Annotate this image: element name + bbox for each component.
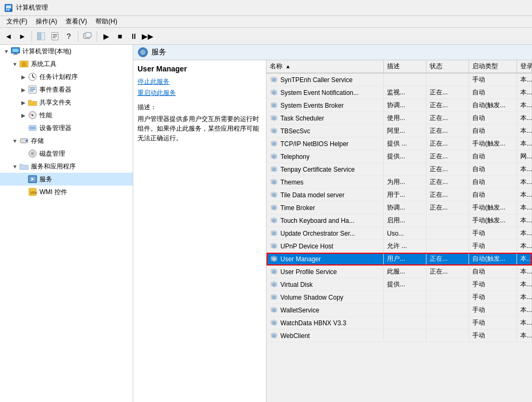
- service-startup: 手动(触发...: [472, 203, 505, 212]
- svg-point-25: [32, 115, 34, 116]
- cell-login: 本...: [517, 317, 532, 329]
- cell-startup: 手动: [469, 278, 517, 291]
- service-login: 本...: [520, 75, 532, 84]
- cell-status: 正在...: [426, 138, 469, 150]
- table-row[interactable]: Tile Data model server 用于... 正在... 自动 本.…: [267, 189, 532, 202]
- table-row[interactable]: TCP/IP NetBIOS Helper 提供 ... 正在... 手动(触发…: [267, 138, 532, 150]
- table-row[interactable]: WatchData HBNX V3.3 手动 本...: [267, 317, 532, 329]
- restart-button[interactable]: ▶▶: [141, 30, 154, 43]
- cell-status: [426, 304, 469, 316]
- cell-startup: 自动: [469, 189, 517, 201]
- table-row[interactable]: System Event Notification... 监视... 正在...…: [267, 86, 532, 99]
- col-status[interactable]: 状态: [426, 60, 469, 73]
- tree-device-manager[interactable]: ▶ 设备管理器: [0, 122, 133, 134]
- service-startup: 自动(触发...: [472, 101, 505, 110]
- cell-name: System Event Notification...: [267, 86, 384, 99]
- stop-button[interactable]: ■: [114, 30, 126, 43]
- play-button[interactable]: ▶: [100, 30, 112, 43]
- menu-file[interactable]: 文件(F): [2, 16, 31, 27]
- service-desc: 协调...: [387, 203, 405, 212]
- services-list[interactable]: 名称 ▲ 描述 状态 启动类型 登录: [267, 60, 532, 402]
- stop-service-link[interactable]: 停止此服务: [138, 77, 262, 86]
- right-panel: 服务 User Manager 停止此服务 重启动此服务 描述： 用户管理器提供…: [133, 45, 532, 402]
- table-row[interactable]: SynTPEnh Caller Service 手动 本...: [267, 74, 532, 86]
- tree-disk-management[interactable]: ▶ 磁盘管理: [0, 147, 133, 160]
- table-row[interactable]: Volume Shadow Copy 手动 本...: [267, 291, 532, 304]
- service-login: 本...: [520, 254, 532, 263]
- cell-login: 本...: [517, 112, 532, 124]
- service-name: TBSecSvc: [280, 127, 310, 135]
- cell-login: 本...: [517, 74, 532, 86]
- tree-wmi[interactable]: ▶ WM WMI 控件: [0, 186, 133, 198]
- table-row[interactable]: Touch Keyboard and Ha... 启用... 手动(触发... …: [267, 214, 532, 227]
- service-startup: 手动: [472, 280, 485, 289]
- cell-name: Update Orchestrator Ser...: [267, 227, 384, 239]
- table-row[interactable]: System Events Broker 协调... 正在... 自动(触发..…: [267, 99, 532, 112]
- tree-services-apps[interactable]: ▼ 服务和应用程序: [0, 160, 133, 173]
- menu-action[interactable]: 操作(A): [31, 16, 61, 27]
- service-gear-icon: [270, 76, 278, 84]
- service-desc: 启用...: [387, 216, 405, 225]
- service-gear-icon: [270, 319, 278, 327]
- show-console-tree-button[interactable]: [35, 30, 47, 43]
- table-row[interactable]: User Manager 用户... 正在... 自动(触发... 本...: [267, 253, 532, 266]
- services-header-text: 服务: [151, 47, 166, 57]
- help-button[interactable]: ?: [62, 30, 75, 43]
- menu-help[interactable]: 帮助(H): [91, 16, 122, 27]
- svg-rect-23: [30, 91, 34, 92]
- col-startup[interactable]: 启动类型: [469, 60, 517, 73]
- col-name[interactable]: 名称 ▲: [267, 60, 384, 73]
- cell-status: 正在...: [426, 202, 469, 214]
- pause-button[interactable]: ⏸: [127, 30, 140, 43]
- service-gear-icon: [270, 101, 278, 110]
- tree-system-tools[interactable]: ▼ 系统工具: [0, 58, 133, 70]
- cell-name: Tile Data model server: [267, 189, 384, 201]
- table-row[interactable]: Task Scheduler 使用... 正在... 自动 本...: [267, 112, 532, 125]
- cell-desc: 此服...: [384, 266, 426, 278]
- table-row[interactable]: WebClient 手动 本...: [267, 329, 532, 342]
- restart-service-link[interactable]: 重启动此服务: [138, 89, 262, 98]
- properties-button[interactable]: [49, 30, 61, 43]
- service-login: 网...: [520, 152, 532, 161]
- tree-storage[interactable]: ▼ 存储: [0, 134, 133, 147]
- service-startup: 自动: [472, 190, 485, 199]
- cell-login: 本...: [517, 125, 532, 137]
- root-expand-icon: ▼: [2, 47, 11, 55]
- tree-task-scheduler[interactable]: ▶ 任务计划程序: [0, 70, 133, 83]
- table-row[interactable]: Time Broker 协调... 正在... 手动(触发... 本...: [267, 202, 532, 214]
- cell-login: 本...: [517, 227, 532, 239]
- tree-event-viewer[interactable]: ▶ 事件查看器: [0, 83, 133, 96]
- cell-status: [426, 74, 469, 86]
- table-row[interactable]: TBSecSvc 阿里... 正在... 自动 本...: [267, 125, 532, 138]
- table-row[interactable]: WalletService 手动 本...: [267, 304, 532, 317]
- cell-desc: 提供...: [384, 278, 426, 291]
- tree-root[interactable]: ▼ 计算机管理(本地): [0, 45, 133, 58]
- new-window-button[interactable]: [81, 30, 94, 43]
- svg-rect-14: [14, 53, 17, 54]
- svg-point-37: [140, 50, 146, 55]
- service-status: 正在...: [430, 165, 448, 174]
- cell-desc: 监视...: [384, 86, 426, 99]
- tree-performance[interactable]: ▶ 性能: [0, 109, 133, 122]
- back-button[interactable]: ◄: [2, 30, 15, 43]
- service-startup: 手动: [472, 318, 485, 327]
- cell-status: 正在...: [426, 150, 469, 163]
- service-startup: 手动: [472, 293, 485, 302]
- col-desc[interactable]: 描述: [384, 60, 426, 73]
- services-apps-icon: [19, 162, 29, 171]
- forward-button[interactable]: ►: [16, 30, 29, 43]
- service-login: 本...: [520, 88, 532, 97]
- tree-shared-folders[interactable]: ▶ 共享文件夹: [0, 96, 133, 109]
- tree-services[interactable]: ▶ 服务: [0, 173, 133, 186]
- cell-status: 正在...: [426, 112, 469, 124]
- cell-desc: 使用...: [384, 112, 426, 124]
- menu-view[interactable]: 查看(V): [61, 16, 91, 27]
- table-row[interactable]: Update Orchestrator Ser... Uso... 手动 本..…: [267, 227, 532, 240]
- table-row[interactable]: Virtual Disk 提供... 手动 本...: [267, 278, 532, 291]
- table-row[interactable]: Themes 为用... 正在... 自动 本...: [267, 176, 532, 189]
- table-row[interactable]: Tenpay Certificate Service 正在... 自动 本...: [267, 163, 532, 176]
- table-row[interactable]: Telephony 提供... 正在... 自动 网...: [267, 150, 532, 163]
- table-row[interactable]: User Profile Service 此服... 正在... 自动 本...: [267, 266, 532, 278]
- table-row[interactable]: UPnP Device Host 允许 ... 手动 本...: [267, 240, 532, 253]
- col-login[interactable]: 登录: [517, 60, 532, 73]
